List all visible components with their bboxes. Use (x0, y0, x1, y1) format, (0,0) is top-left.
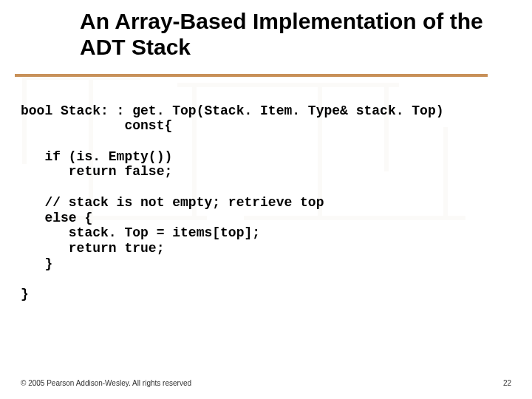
code-line: return true; (21, 241, 164, 256)
code-body: bool Stack: : get. Top(Stack. Item. Type… (0, 67, 532, 302)
code-line: else { (21, 211, 92, 225)
copyright-text: © 2005 Pearson Addison-Wesley. All right… (21, 379, 191, 387)
slide-title: An Array-Based Implementation of the ADT… (80, 9, 517, 60)
page-number: 22 (503, 379, 511, 387)
code-line: } (21, 256, 52, 271)
code-line: const{ (21, 118, 172, 133)
slide-title-area: An Array-Based Implementation of the ADT… (0, 0, 532, 67)
code-line: if (is. Empty()) (21, 149, 172, 164)
code-line: } (21, 287, 29, 301)
code-line: stack. Top = items[top]; (21, 225, 260, 240)
code-line: // stack is not empty; retrieve top (21, 195, 324, 210)
code-line: bool Stack: : get. Top(Stack. Item. Type… (21, 103, 444, 118)
footer: © 2005 Pearson Addison-Wesley. All right… (21, 379, 511, 387)
code-line: return false; (21, 164, 172, 179)
